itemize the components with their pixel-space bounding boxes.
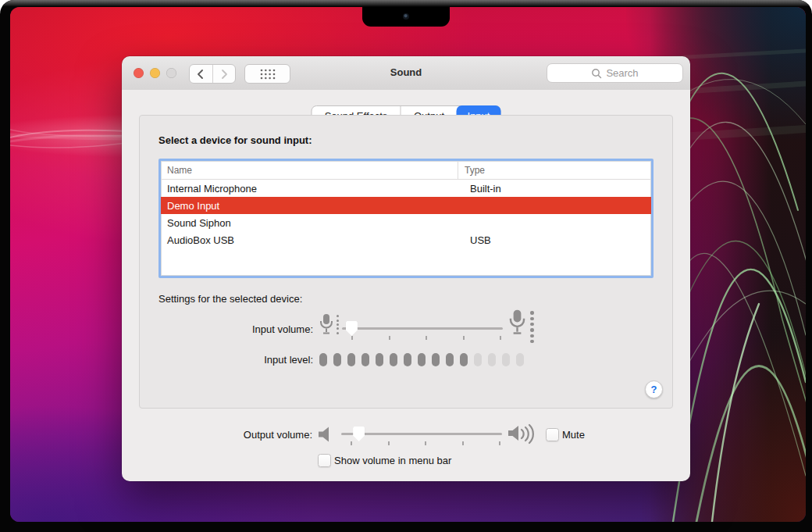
search-field[interactable]: Search [547,63,683,83]
table-row[interactable]: Sound Siphon [161,214,651,231]
speaker-quiet-icon [317,426,333,443]
level-segment [333,353,341,366]
input-volume-max-dots [530,310,534,345]
zoom-button[interactable] [166,68,176,78]
help-question-icon: ? [651,384,657,395]
microphone-small-icon [318,312,335,337]
device-name: AudioBox USB [161,234,464,246]
input-level-meter [319,353,524,366]
show-volume-checkbox[interactable] [318,454,331,467]
input-volume-ticks [342,336,503,341]
back-chevron-icon [196,69,205,80]
show-all-button[interactable] [244,64,290,84]
level-segment [361,353,369,366]
search-icon [591,68,602,79]
settings-label: Settings for the selected device: [158,293,302,305]
table-row[interactable]: AudioBox USBUSB [161,231,651,248]
mute-label: Mute [562,429,585,441]
level-segment [474,353,482,366]
display-notch [362,7,450,27]
help-button[interactable]: ? [645,380,663,398]
show-volume-label: Show volume in menu bar [334,455,451,466]
back-button[interactable] [190,65,212,83]
table-row[interactable]: Internal MicrophoneBuilt-in [161,180,651,197]
level-segment [502,353,510,366]
level-segment [418,353,426,366]
device-type: USB [464,234,651,246]
camera-dot-icon [403,13,409,20]
laptop-lid-edge [0,0,812,6]
level-segment [319,353,327,366]
level-segment [432,353,440,366]
device-table-body: Internal MicrophoneBuilt-inDemo InputSou… [161,180,651,248]
input-volume-slider[interactable] [342,327,503,330]
grid-dots-icon [259,68,276,80]
level-segment [516,353,524,366]
output-volume-slider[interactable] [341,433,502,435]
search-placeholder: Search [606,67,638,79]
column-header-type[interactable]: Type [458,165,651,176]
level-segment [347,353,355,366]
device-name: Demo Input [161,200,464,212]
output-volume-ticks [341,441,502,446]
microphone-large-icon [507,307,528,337]
device-table-header: Name Type [161,161,651,180]
forward-chevron-icon [219,69,229,80]
output-volume-label: Output volume: [158,429,312,441]
level-segment [446,353,454,366]
titlebar[interactable]: Sound Search [122,56,690,91]
device-select-label: Select a device for sound input: [158,134,312,146]
sound-preferences-window: Sound Search Sound EffectsOutputInput Se… [122,56,690,481]
input-pane: Select a device for sound input: Name Ty… [139,115,673,409]
speaker-loud-icon [507,423,538,445]
level-segment [460,353,468,366]
close-button[interactable] [134,68,144,78]
device-name: Sound Siphon [161,217,464,229]
table-row[interactable]: Demo Input [161,197,651,214]
window-content: Sound EffectsOutputInput Select a device… [122,90,690,481]
input-volume-slider-thumb[interactable] [346,321,358,336]
nav-segment [189,64,236,84]
device-table: Name Type Internal MicrophoneBuilt-inDem… [158,159,654,278]
mute-checkbox[interactable] [546,428,559,441]
output-volume-slider-thumb[interactable] [353,427,365,441]
level-segment [488,353,496,366]
minimize-button[interactable] [150,68,160,78]
level-segment [390,353,397,366]
device-name: Internal Microphone [161,183,464,195]
input-level-label: Input level: [158,354,313,366]
device-type: Built-in [464,183,651,195]
level-segment [376,353,383,366]
input-volume-label: Input volume: [158,323,313,335]
laptop-frame: Sound Search Sound EffectsOutputInput Se… [0,0,812,532]
forward-button[interactable] [212,65,236,83]
column-header-name[interactable]: Name [161,161,458,179]
level-segment [404,353,411,366]
input-volume-min-dots [337,314,339,335]
